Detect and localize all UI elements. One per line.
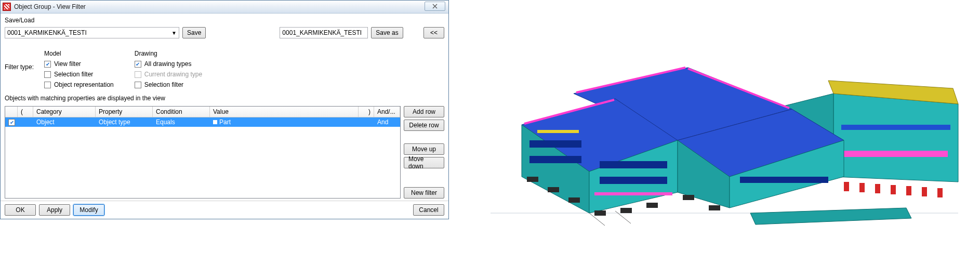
add-row-button[interactable]: Add row [404,106,444,117]
svg-rect-9 [906,186,911,195]
dialog-footer: OK Apply Modify Cancel [1,201,448,219]
rules-table: ( Category Property Condition Value ) An… [5,106,401,199]
svg-rect-4 [841,125,950,130]
all-drawing-label: All drawing types [144,60,192,68]
row-value: Part [219,118,231,126]
svg-rect-10 [922,187,927,196]
table-row[interactable]: ✔ Object Object type Equals Part And [5,117,400,127]
model-heading: Model [44,50,114,57]
header-paren-open[interactable]: ( [18,107,33,117]
view-filter-checkbox[interactable]: ✔ View filter [44,60,114,68]
row-checkbox-cell[interactable]: ✔ [5,118,18,126]
header-andor[interactable]: And/... [374,107,400,117]
chevron-down-icon: ▼ [171,30,177,36]
header-property[interactable]: Property [96,107,153,117]
drawing-column: Drawing ✔ All drawing types Current draw… [135,50,202,88]
header-condition[interactable]: Condition [153,107,210,117]
row-paren-close [359,122,374,123]
description-text: Objects with matching properties are dis… [5,95,444,102]
svg-marker-34 [750,208,911,225]
checkbox-checked-icon: ✔ [135,61,141,68]
svg-rect-19 [529,140,581,148]
svg-rect-21 [600,161,667,168]
view-filter-dialog: Object Group - View Filter Save/Load 000… [0,0,449,219]
checkbox-icon [44,71,51,78]
close-button[interactable] [425,2,445,11]
svg-rect-3 [844,151,948,157]
svg-rect-22 [600,177,667,184]
saveas-name-value: 0001_KARMIKENKÄ_TESTI [282,29,362,36]
building-model-icon [459,21,979,249]
drawing-selection-filter-label: Selection filter [144,81,183,88]
header-paren-close[interactable]: ) [359,107,374,117]
move-up-button[interactable]: Move up [404,143,444,155]
checkbox-icon [44,82,51,88]
app-icon [3,3,11,11]
modify-button[interactable]: Modify [73,204,104,216]
collapse-button[interactable]: << [423,27,444,38]
selection-filter-label: Selection filter [54,71,93,78]
close-icon [432,4,438,9]
move-down-button[interactable]: Move down [404,157,444,168]
dialog-body: Save/Load 0001_KARMIKENKÄ_TESTI ▼ Save 0… [1,14,448,201]
svg-rect-30 [620,208,632,213]
side-buttons: Add row Delete row Move up Move down New… [404,106,444,199]
drawing-heading: Drawing [135,50,202,57]
all-drawing-checkbox[interactable]: ✔ All drawing types [135,60,202,68]
svg-rect-23 [740,177,828,183]
drawing-selection-filter-checkbox[interactable]: Selection filter [135,81,202,88]
svg-rect-29 [594,210,606,216]
selection-filter-checkbox[interactable]: Selection filter [44,71,114,78]
saveload-label: Save/Load [5,17,444,24]
svg-marker-0 [833,94,958,182]
window-title: Object Group - View Filter [14,3,86,10]
model-column: Model ✔ View filter Selection filter Obj… [44,50,114,88]
row-checkbox-checked-icon: ✔ [8,119,15,126]
svg-rect-26 [527,177,538,182]
svg-rect-25 [537,130,579,133]
row-value-cell: Part [210,118,359,126]
svg-rect-5 [844,182,849,191]
svg-rect-11 [937,188,943,197]
checkbox-disabled-icon [135,71,141,78]
svg-rect-32 [683,195,694,200]
svg-rect-28 [568,197,580,203]
svg-rect-24 [594,192,672,195]
apply-button[interactable]: Apply [39,204,70,216]
preset-dropdown[interactable]: 0001_KARMIKENKÄ_TESTI ▼ [5,27,179,38]
view-filter-label: View filter [54,60,81,68]
value-type-icon [213,120,217,124]
current-drawing-checkbox: Current drawing type [135,71,202,78]
model-3d-view[interactable] [449,0,980,264]
checkbox-icon [135,82,141,88]
ok-button[interactable]: OK [5,204,36,216]
svg-rect-7 [875,184,880,193]
filter-type-label: Filter type: [5,63,41,71]
row-property: Object type [96,118,153,126]
preset-value: 0001_KARMIKENKÄ_TESTI [7,29,87,36]
row-andor: And [374,118,400,126]
main-area: ( Category Property Condition Value ) An… [5,106,444,199]
saveas-button[interactable]: Save as [371,27,403,38]
delete-row-button[interactable]: Delete row [404,120,444,131]
svg-rect-20 [529,156,581,163]
row-paren-open [18,122,33,123]
object-representation-label: Object representation [54,81,114,88]
svg-rect-33 [709,205,720,210]
header-category[interactable]: Category [33,107,96,117]
svg-rect-6 [859,183,865,192]
filter-type-row: Filter type: Model ✔ View filter Selecti… [5,46,444,88]
table-header: ( Category Property Condition Value ) An… [5,107,400,117]
svg-rect-8 [891,185,896,194]
svg-rect-27 [548,187,559,192]
save-button[interactable]: Save [182,27,206,38]
svg-rect-31 [646,203,658,208]
row-category: Object [33,118,96,126]
header-value[interactable]: Value [210,107,359,117]
object-representation-checkbox[interactable]: Object representation [44,81,114,88]
saveas-name-input[interactable]: 0001_KARMIKENKÄ_TESTI [280,27,368,38]
titlebar: Object Group - View Filter [1,1,448,14]
row-condition: Equals [153,118,210,126]
new-filter-button[interactable]: New filter [404,187,444,199]
cancel-button[interactable]: Cancel [413,204,444,216]
